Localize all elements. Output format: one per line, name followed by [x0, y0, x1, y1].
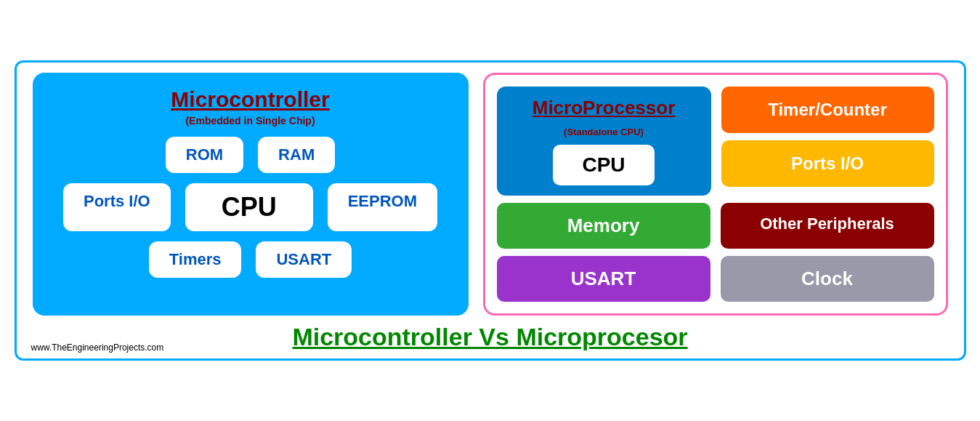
mc-row-3: Timers USART [149, 241, 352, 278]
rom-chip: ROM [166, 137, 243, 173]
eeprom-chip: EEPROM [328, 183, 437, 231]
mc-row-1: ROM RAM [166, 137, 335, 173]
mp-bottom-row-1: Memory Other Peripherals [497, 203, 934, 249]
microcontroller-subtitle: (Embedded in Single Chip) [185, 115, 315, 127]
ports-io-mp-chip: Ports I/O [721, 140, 934, 187]
timer-counter-chip: Timer/Counter [721, 87, 934, 133]
timers-chip: Timers [149, 241, 242, 278]
other-peripherals-chip: Other Peripherals [721, 203, 934, 249]
main-container: Microcontroller (Embedded in Single Chip… [24, 73, 957, 351]
memory-chip: Memory [497, 203, 710, 249]
outer-border: Microcontroller (Embedded in Single Chip… [15, 60, 966, 361]
microprocessor-title: MicroProcessor [532, 97, 676, 119]
microcontroller-title: Microcontroller [171, 87, 329, 112]
microprocessor-box: MicroProcessor (Standalone CPU) CPU Time… [483, 73, 948, 316]
usart-mp-chip: USART [497, 256, 710, 302]
mc-row-2: Ports I/O CPU EEPROM [63, 183, 437, 231]
microcontroller-box: Microcontroller (Embedded in Single Chip… [33, 73, 469, 316]
clock-chip: Clock [721, 256, 934, 302]
microprocessor-subtitle: (Standalone CPU) [564, 127, 644, 137]
bottom-title: Microcontroller Vs Microprocesor [292, 323, 687, 351]
usart-chip: USART [256, 241, 352, 278]
mp-top-row: MicroProcessor (Standalone CPU) CPU Time… [497, 87, 934, 196]
ram-chip: RAM [258, 137, 335, 173]
diagrams-row: Microcontroller (Embedded in Single Chip… [24, 73, 957, 316]
cpu-chip: CPU [185, 183, 313, 231]
ports-io-chip: Ports I/O [63, 183, 171, 231]
mp-left-panel: MicroProcessor (Standalone CPU) CPU [497, 87, 711, 196]
mp-bottom-row-2: USART Clock [497, 256, 934, 302]
mp-cpu-chip: CPU [553, 145, 654, 185]
mp-right-panel: Timer/Counter Ports I/O [721, 87, 934, 196]
watermark: www.TheEngineeringProjects.com [31, 342, 164, 353]
